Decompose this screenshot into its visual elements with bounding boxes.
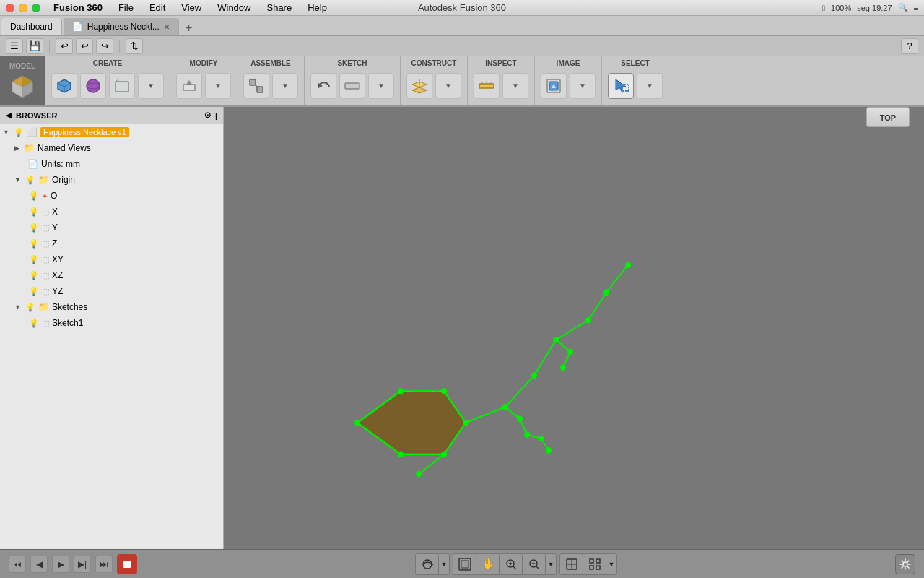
search-icon[interactable]: 🔍	[898, 3, 908, 12]
orbit-button[interactable]	[416, 554, 439, 574]
visibility-bulb-icon[interactable]: 💡	[14, 128, 24, 137]
skip-back-button[interactable]: ⏮	[9, 556, 26, 573]
modify-more-button[interactable]: ▼	[205, 73, 231, 99]
tab-file-icon: 📄	[72, 22, 83, 32]
inspect-measure-button[interactable]	[474, 73, 500, 99]
minimize-button[interactable]	[19, 4, 27, 12]
create-box-button[interactable]	[51, 73, 77, 99]
view-cube[interactable]: TOP	[866, 107, 910, 150]
app-menu[interactable]: Fusion 360 File Edit View Window Share H…	[51, 2, 330, 13]
browser-item-happiness-necklace[interactable]: ▼ 💡 ⬜ Happiness Necklace v1	[0, 124, 223, 140]
skip-forward-button[interactable]: ⏭	[95, 556, 113, 573]
origin-expand-icon[interactable]: ▼	[14, 176, 21, 184]
browser-item-named-views[interactable]: ▶ 📁 Named Views	[0, 140, 223, 156]
construct-more-button[interactable]: ▼	[435, 73, 461, 99]
select-arrow-button[interactable]	[608, 73, 634, 99]
undo-button[interactable]: ↩	[56, 38, 73, 54]
view-tools-dropdown-button[interactable]: ▼	[546, 554, 556, 574]
zoom-in-button[interactable]	[500, 554, 523, 574]
modify-press-pull-button[interactable]	[176, 73, 202, 99]
menu-share[interactable]: Share	[263, 2, 295, 13]
prev-button[interactable]: ◀	[30, 556, 48, 573]
display-mode-button[interactable]	[560, 554, 583, 574]
create-more-button[interactable]: ▼	[138, 73, 164, 99]
sketch-more-button[interactable]: ▼	[368, 73, 394, 99]
grid-button[interactable]	[583, 554, 606, 574]
orbit-dropdown-button[interactable]: ▼	[439, 554, 449, 574]
next-button[interactable]: ▶|	[74, 556, 91, 573]
viewport[interactable]	[224, 107, 924, 549]
play-button[interactable]: ▶	[52, 556, 69, 573]
x-bulb-icon[interactable]: 💡	[29, 207, 39, 217]
maximize-button[interactable]	[32, 4, 40, 12]
construct-plane-button[interactable]	[406, 73, 432, 99]
browser-item-origin-xz[interactable]: 💡 ⬚ XZ	[0, 267, 223, 283]
svg-point-35	[398, 388, 404, 394]
xz-bulb-icon[interactable]: 💡	[29, 271, 39, 280]
help-button[interactable]: ?	[901, 38, 918, 54]
browser-item-units[interactable]: 📄 Units: mm	[0, 156, 223, 172]
browser-item-origin-xy[interactable]: 💡 ⬚ XY	[0, 251, 223, 267]
model-cube-icon[interactable]	[9, 73, 36, 100]
undo-arrow-button[interactable]: ↩	[76, 38, 93, 54]
window-controls[interactable]	[6, 4, 40, 12]
sketches-bulb-icon[interactable]: 💡	[25, 303, 35, 312]
image-more-button[interactable]: ▼	[570, 73, 596, 99]
xy-bulb-icon[interactable]: 💡	[29, 255, 39, 264]
svg-rect-82	[590, 559, 593, 563]
origin-bulb-icon[interactable]: 💡	[25, 176, 35, 185]
view-cube-top-button[interactable]: TOP	[866, 107, 910, 127]
tab-dashboard[interactable]: Dashboard	[1, 18, 62, 35]
model-mode-section[interactable]: MODEL	[0, 56, 45, 105]
fit-view-button[interactable]	[453, 554, 476, 574]
menu-view[interactable]: View	[178, 2, 204, 13]
pan-button[interactable]: ✋	[476, 554, 500, 574]
tab-close-button[interactable]: ✕	[164, 23, 170, 31]
tab-dashboard-label: Dashboard	[10, 22, 53, 32]
browser-collapse-arrow[interactable]: ◀	[6, 111, 12, 119]
zoom-out-button[interactable]	[523, 554, 546, 574]
browser-item-origin-o[interactable]: 💡 ✦ O	[0, 188, 223, 204]
save-button[interactable]: 💾	[26, 38, 43, 54]
named-views-expand-icon[interactable]: ▶	[14, 144, 19, 152]
z-bulb-icon[interactable]: 💡	[29, 239, 39, 249]
browser-item-origin[interactable]: ▼ 💡 📁 Origin	[0, 172, 223, 188]
sketch-undo-button[interactable]	[310, 73, 336, 99]
assemble-joint-button[interactable]	[243, 73, 269, 99]
sketches-expand-icon[interactable]: ▼	[14, 303, 21, 311]
browser-filter-icon[interactable]: ⊙	[204, 111, 211, 120]
share-button[interactable]: ⇅	[126, 38, 143, 54]
close-button[interactable]	[6, 4, 14, 12]
browser-item-origin-y[interactable]: 💡 ⬚ Y	[0, 220, 223, 236]
display-dropdown-button[interactable]: ▼	[606, 554, 616, 574]
sketch1-bulb-icon[interactable]: 💡	[29, 319, 39, 328]
inspect-more-button[interactable]: ▼	[502, 73, 528, 99]
y-bulb-icon[interactable]: 💡	[29, 223, 39, 233]
menu-toggle-button[interactable]: ☰	[6, 38, 23, 54]
browser-item-sketches[interactable]: ▼ 💡 📁 Sketches	[0, 299, 223, 315]
create-sheet-button[interactable]	[109, 73, 135, 99]
settings-button[interactable]	[895, 554, 915, 574]
browser-item-origin-yz[interactable]: 💡 ⬚ YZ	[0, 283, 223, 299]
redo-button[interactable]: ↪	[96, 38, 113, 54]
menu-edit[interactable]: Edit	[147, 2, 168, 13]
menu-window[interactable]: Window	[214, 2, 253, 13]
o-bulb-icon[interactable]: 💡	[29, 191, 39, 201]
list-icon[interactable]: ≡	[914, 4, 918, 12]
yz-bulb-icon[interactable]: 💡	[29, 287, 39, 296]
expand-arrow-icon[interactable]: ▼	[3, 129, 9, 136]
browser-item-origin-z[interactable]: 💡 ⬚ Z	[0, 236, 223, 251]
browser-item-origin-x[interactable]: 💡 ⬚ X	[0, 204, 223, 220]
select-more-button[interactable]: ▼	[637, 73, 663, 99]
record-button[interactable]	[117, 554, 137, 574]
browser-item-sketch1[interactable]: 💡 ⬚ Sketch1	[0, 315, 223, 331]
image-canvas-button[interactable]	[541, 73, 567, 99]
create-sphere-button[interactable]	[80, 73, 106, 99]
svg-point-65	[416, 471, 422, 478]
tab-happiness-necklace[interactable]: 📄 Happiness Neckl... ✕	[64, 18, 179, 35]
assemble-more-button[interactable]: ▼	[272, 73, 298, 99]
sketch-line-button[interactable]	[339, 73, 365, 99]
menu-file[interactable]: File	[116, 2, 136, 13]
tab-add-button[interactable]: +	[182, 21, 196, 35]
menu-help[interactable]: Help	[305, 2, 330, 13]
